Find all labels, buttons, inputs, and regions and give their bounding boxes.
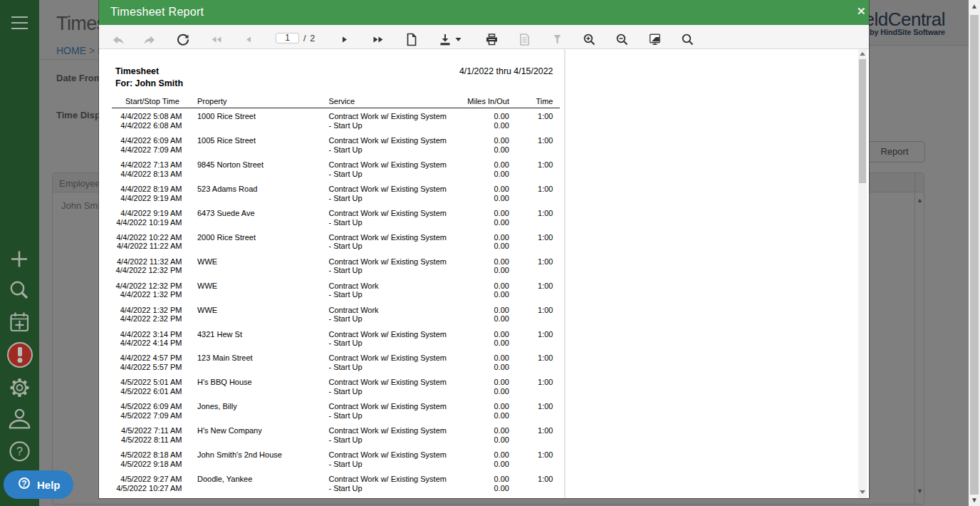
svg-text:?: ? (16, 445, 23, 458)
